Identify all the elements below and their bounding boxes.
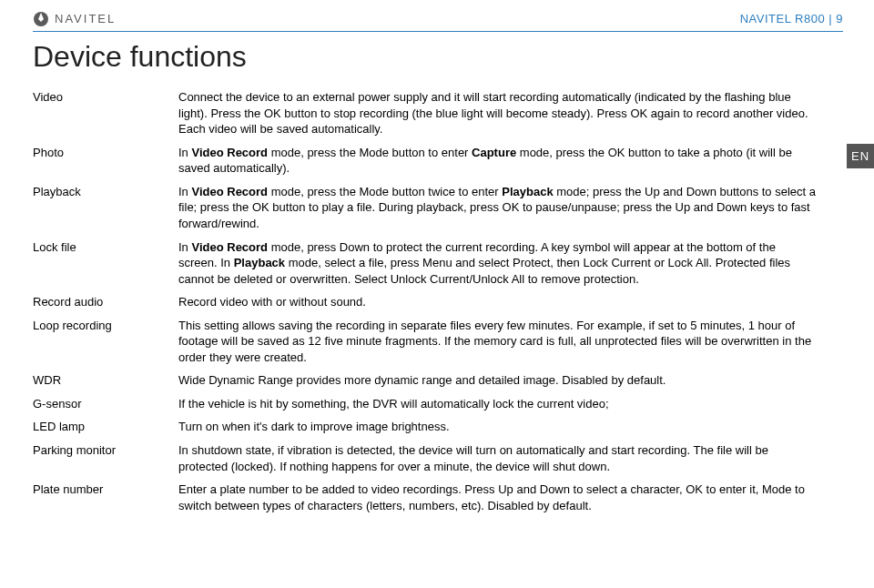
function-description: Record video with or without sound. bbox=[178, 294, 843, 318]
function-description: In shutdown state, if vibration is detec… bbox=[178, 442, 843, 482]
function-row: Lock fileIn Video Record mode, press Dow… bbox=[33, 239, 843, 295]
function-label: Parking monitor bbox=[33, 442, 178, 482]
function-label: Lock file bbox=[33, 239, 178, 295]
function-label: G-sensor bbox=[33, 396, 178, 420]
function-row: Loop recordingThis setting allows saving… bbox=[33, 318, 843, 373]
function-label: Plate number bbox=[33, 482, 178, 521]
brand-name: NAVITEL bbox=[55, 11, 116, 27]
function-description: In Video Record mode, press Down to prot… bbox=[178, 239, 843, 295]
function-row: Record audioRecord video with or without… bbox=[33, 294, 843, 318]
function-label: LED lamp bbox=[33, 419, 178, 442]
function-row: Parking monitorIn shutdown state, if vib… bbox=[33, 442, 843, 482]
function-description: Enter a plate number to be added to vide… bbox=[178, 482, 843, 521]
page-header-right: NAVITEL R800 | 9 bbox=[740, 11, 843, 27]
function-description: Wide Dynamic Range provides more dynamic… bbox=[178, 372, 843, 396]
function-row: LED lampTurn on when it's dark to improv… bbox=[33, 419, 843, 442]
function-label: Playback bbox=[33, 184, 178, 239]
function-description: In Video Record mode, press the Mode but… bbox=[178, 145, 843, 184]
page-title: Device functions bbox=[33, 37, 843, 76]
function-label: Record audio bbox=[33, 294, 178, 318]
brand-logo: NAVITEL ® bbox=[33, 11, 116, 27]
header-divider bbox=[33, 31, 843, 32]
function-description: If the vehicle is hit by something, the … bbox=[178, 396, 843, 420]
function-label: WDR bbox=[33, 372, 178, 396]
function-description: In Video Record mode, press the Mode but… bbox=[178, 184, 843, 239]
logo-icon bbox=[33, 11, 49, 27]
functions-table: VideoConnect the device to an external p… bbox=[33, 89, 843, 521]
function-row: G-sensorIf the vehicle is hit by somethi… bbox=[33, 396, 843, 420]
function-row: Plate numberEnter a plate number to be a… bbox=[33, 482, 843, 521]
function-row: VideoConnect the device to an external p… bbox=[33, 89, 843, 145]
function-row: PlaybackIn Video Record mode, press the … bbox=[33, 184, 843, 239]
function-label: Photo bbox=[33, 145, 178, 184]
function-row: PhotoIn Video Record mode, press the Mod… bbox=[33, 145, 843, 184]
function-description: This setting allows saving the recording… bbox=[178, 318, 843, 373]
language-tab: EN bbox=[847, 144, 874, 168]
top-bar: NAVITEL ® NAVITEL R800 | 9 bbox=[33, 11, 843, 27]
function-description: Connect the device to an external power … bbox=[178, 89, 843, 145]
function-description: Turn on when it's dark to improve image … bbox=[178, 419, 843, 442]
function-row: WDRWide Dynamic Range provides more dyna… bbox=[33, 372, 843, 396]
function-label: Loop recording bbox=[33, 318, 178, 373]
function-label: Video bbox=[33, 89, 178, 145]
